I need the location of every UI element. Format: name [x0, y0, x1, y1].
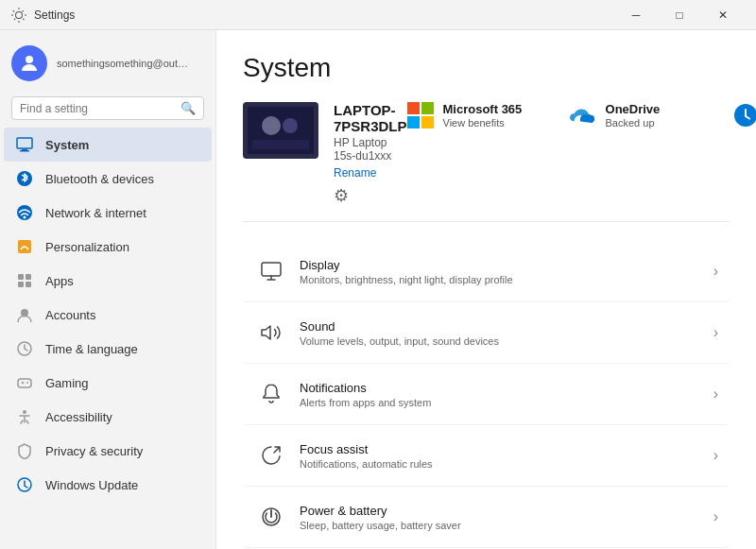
svg-rect-23 — [421, 102, 434, 114]
device-name: LAPTOP-7PSR3DLP — [334, 102, 407, 134]
sidebar-item-bluetooth[interactable]: Bluetooth & devices — [4, 162, 212, 196]
sidebar-item-windows-update[interactable]: Windows Update — [4, 468, 212, 502]
svg-rect-3 — [20, 150, 29, 152]
sidebar-item-network[interactable]: Network & internet — [4, 196, 212, 230]
service-ms365-text: Microsoft 365 View benefits — [443, 102, 523, 129]
sidebar-item-accessibility-label: Accessibility — [45, 410, 112, 424]
onedrive-icon — [570, 102, 596, 129]
sidebar-item-accessibility[interactable]: Accessibility — [4, 400, 212, 434]
svg-rect-11 — [26, 282, 31, 287]
device-settings-icon: ⚙ — [334, 185, 407, 206]
device-thumbnail — [243, 102, 318, 159]
notifications-chevron: › — [713, 386, 718, 403]
sidebar-item-apps[interactable]: Apps — [4, 264, 212, 298]
settings-list: Display Monitors, brightness, night ligh… — [243, 241, 730, 549]
svg-point-16 — [23, 410, 26, 414]
svg-rect-24 — [407, 116, 420, 129]
focus-title: Focus assist — [300, 442, 706, 456]
sidebar-profile[interactable]: somethingsomething@outlook.com — [0, 38, 215, 93]
svg-point-20 — [283, 118, 298, 133]
device-model: HP Laptop 15s-du1xxx — [334, 136, 407, 163]
display-desc: Monitors, brightness, night light, displ… — [300, 274, 706, 285]
titlebar-title: Settings — [34, 9, 614, 22]
ms365-icon — [407, 102, 434, 129]
sidebar-item-privacy[interactable]: Privacy & security — [4, 434, 212, 468]
svg-rect-27 — [262, 263, 281, 276]
maximize-button[interactable]: □ — [658, 0, 701, 30]
service-ms365-name: Microsoft 365 — [443, 102, 523, 116]
sidebar-item-personalization-label: Personalization — [45, 240, 129, 254]
display-title: Display — [300, 258, 706, 272]
svg-point-19 — [262, 116, 281, 135]
avatar — [11, 45, 47, 81]
sidebar-item-personalization[interactable]: Personalization — [4, 230, 212, 264]
sidebar-item-system[interactable]: System — [4, 128, 212, 162]
system-icon — [15, 135, 34, 154]
rename-link[interactable]: Rename — [334, 166, 407, 180]
power-icon — [254, 500, 288, 534]
gaming-icon — [15, 373, 34, 392]
focus-desc: Notifications, automatic rules — [300, 458, 706, 470]
sidebar-item-system-label: System — [45, 138, 89, 152]
accessibility-icon — [15, 407, 34, 426]
sidebar-item-time-label: Time & language — [45, 342, 138, 356]
network-icon — [15, 203, 34, 222]
service-microsoft365[interactable]: Microsoft 365 View benefits — [407, 102, 540, 129]
sidebar-item-accounts[interactable]: Accounts — [4, 298, 212, 332]
svg-rect-1 — [17, 138, 32, 148]
notifications-desc: Alerts from apps and system — [300, 397, 706, 408]
power-title: Power & battery — [300, 504, 706, 518]
sidebar-item-time[interactable]: Time & language — [4, 332, 212, 366]
main-content: System LAPTOP-7PSR3DLP HP Laptop 15s-du1… — [215, 30, 756, 549]
bluetooth-icon — [15, 169, 34, 188]
settings-item-sound[interactable]: Sound Volume levels, output, input, soun… — [243, 302, 730, 364]
focus-chevron: › — [713, 447, 718, 464]
settings-item-focus[interactable]: Focus assist Notifications, automatic ru… — [243, 425, 730, 487]
sound-text: Sound Volume levels, output, input, soun… — [300, 319, 706, 347]
sidebar-item-bluetooth-label: Bluetooth & devices — [45, 172, 154, 186]
display-text: Display Monitors, brightness, night ligh… — [300, 258, 706, 285]
personalization-icon — [15, 237, 34, 256]
power-text: Power & battery Sleep, battery usage, ba… — [300, 504, 706, 531]
titlebar-controls: ─ □ ✕ — [614, 0, 745, 30]
svg-rect-21 — [252, 140, 309, 149]
page-title: System — [243, 53, 730, 83]
search-input[interactable] — [20, 102, 175, 115]
sidebar-item-gaming[interactable]: Gaming — [4, 366, 212, 400]
profile-name: somethingsomething@outlook.com — [57, 58, 189, 69]
search-box[interactable]: 🔍 — [11, 96, 204, 120]
power-chevron: › — [713, 508, 718, 525]
search-icon: 🔍 — [180, 101, 196, 115]
service-onedrive-status: Backed up — [606, 117, 661, 129]
app-layout: somethingsomething@outlook.com 🔍 System — [0, 30, 756, 549]
focus-icon — [254, 438, 288, 472]
sidebar-nav: System Bluetooth & devices — [0, 128, 215, 502]
svg-point-0 — [26, 56, 33, 63]
display-chevron: › — [713, 263, 718, 280]
titlebar: Settings ─ □ ✕ — [0, 0, 756, 30]
minimize-button[interactable]: ─ — [614, 0, 658, 30]
settings-item-power[interactable]: Power & battery Sleep, battery usage, ba… — [243, 487, 730, 548]
power-desc: Sleep, battery usage, battery saver — [300, 520, 706, 531]
windows-update-service-icon — [732, 102, 756, 129]
accounts-icon — [15, 305, 34, 324]
services-row: Microsoft 365 View benefits OneDrive — [407, 102, 756, 129]
service-onedrive-name: OneDrive — [606, 102, 661, 116]
privacy-icon — [15, 441, 34, 460]
sidebar-item-accounts-label: Accounts — [45, 308, 95, 322]
time-icon — [15, 339, 34, 358]
device-card: LAPTOP-7PSR3DLP HP Laptop 15s-du1xxx Ren… — [243, 102, 730, 222]
close-button[interactable]: ✕ — [701, 0, 745, 30]
display-icon — [254, 254, 288, 288]
settings-item-display[interactable]: Display Monitors, brightness, night ligh… — [243, 241, 730, 302]
notifications-text: Notifications Alerts from apps and syste… — [300, 381, 706, 408]
sound-title: Sound — [300, 319, 706, 334]
service-onedrive-text: OneDrive Backed up — [606, 102, 661, 129]
service-windows-update[interactable]: Windows Update Last checked: 4 hours ago — [732, 102, 756, 129]
focus-text: Focus assist Notifications, automatic ru… — [300, 442, 706, 470]
sidebar-item-network-label: Network & internet — [45, 206, 146, 220]
service-onedrive[interactable]: OneDrive Backed up — [570, 102, 702, 129]
svg-rect-22 — [407, 102, 420, 114]
settings-item-notifications[interactable]: Notifications Alerts from apps and syste… — [243, 364, 730, 425]
apps-icon — [15, 271, 34, 290]
